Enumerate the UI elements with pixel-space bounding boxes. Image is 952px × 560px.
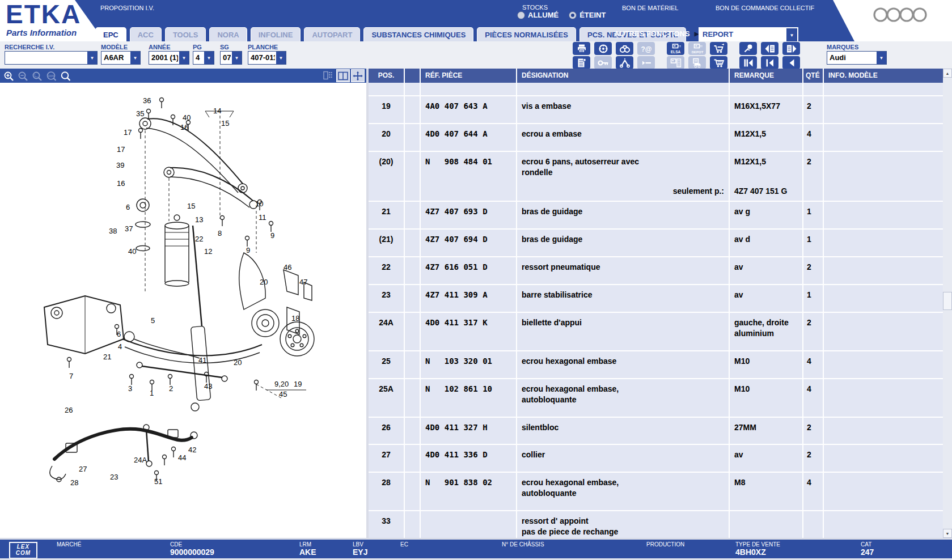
- diagram-callout-6[interactable]: 6: [117, 330, 121, 338]
- diagram-callout-44[interactable]: 44: [178, 453, 186, 462]
- zoom-select-button[interactable]: [31, 70, 44, 82]
- autres-fonctions-menu[interactable]: AUTRES FONCTIONS ▶: [614, 29, 699, 38]
- cart-transfer-button[interactable]: [710, 42, 727, 55]
- table-row-24A[interactable]: 24A4D0 411 317 Kbiellette d'appuigauche,…: [369, 313, 943, 350]
- pin-button[interactable]: [739, 42, 757, 55]
- tab-pi-ces-normalis-es[interactable]: PIÈCES NORMALISÉES: [477, 27, 576, 41]
- diagram-callout-9[interactable]: 9: [246, 246, 250, 254]
- table-row-21[interactable]: 214Z7 407 693 Dbras de guidageav g1: [369, 202, 943, 228]
- diagram-callout-21[interactable]: 21: [103, 353, 111, 361]
- wheel-search-button[interactable]: [594, 42, 612, 55]
- filter-dropdown-button-1[interactable]: ▼: [129, 52, 140, 64]
- table-row-20[interactable]: 204D0 407 644 Aecrou a embaseM12X1,54: [369, 124, 943, 151]
- report-dropdown-button[interactable]: ▼: [786, 28, 797, 42]
- diagram-callout-15[interactable]: 15: [187, 202, 195, 210]
- marques-dropdown-button[interactable]: ▼: [875, 52, 886, 64]
- diagram-callout-2[interactable]: 2: [169, 384, 173, 393]
- zoom-in-button[interactable]: [2, 70, 15, 82]
- report-dropdown[interactable]: REPORT ▼: [699, 27, 798, 43]
- filter-dropdown-button-4[interactable]: ▼: [231, 52, 242, 64]
- pan-arrows-button[interactable]: [351, 69, 365, 82]
- diagram-callout-51[interactable]: 51: [154, 477, 162, 486]
- diagram-callout-18[interactable]: 18: [291, 314, 299, 323]
- tab-acc[interactable]: ACC: [130, 27, 162, 41]
- filter-dropdown-5[interactable]: 407-011▼: [248, 51, 286, 65]
- table-row-25[interactable]: 25N 103 320 01ecrou hexagonal embaseM104: [369, 351, 943, 378]
- diagram-callout-10[interactable]: 10: [255, 200, 263, 208]
- tab-tools[interactable]: TOOLS: [165, 27, 206, 41]
- diagram-callout-17[interactable]: 17: [124, 128, 132, 137]
- diagram-callout-27[interactable]: 27: [79, 465, 87, 473]
- diagram-callout-9[interactable]: 9: [270, 231, 274, 240]
- elsa-button[interactable]: ELSA: [667, 42, 684, 55]
- filter-dropdown-2[interactable]: 2001 (1)▼: [149, 51, 189, 65]
- tab-substances-chimiques[interactable]: SUBSTANCES CHIMIQUES: [363, 27, 473, 41]
- table-row-(21)[interactable]: (21)4Z7 407 694 Dbras de guidageav d1: [369, 230, 943, 256]
- nav-first-button[interactable]: [739, 56, 757, 69]
- diagram-callout-13[interactable]: 13: [195, 215, 203, 224]
- binoculars-button[interactable]: [616, 42, 633, 55]
- diagram-callout-16[interactable]: 16: [180, 123, 188, 131]
- scroll-down-button[interactable]: ▼: [943, 529, 952, 538]
- diagram-callout-45[interactable]: 45: [279, 390, 287, 398]
- filter-dropdown-button-2[interactable]: ▼: [178, 52, 189, 64]
- tab-infoline[interactable]: INFOLINE: [251, 27, 301, 41]
- nav-prev-button[interactable]: [761, 56, 778, 69]
- table-scrollbar[interactable]: ▲ ▼: [943, 69, 952, 538]
- diagram-callout-1[interactable]: 1: [150, 389, 154, 397]
- diagram-callout-3[interactable]: 3: [128, 384, 132, 393]
- filter-dropdown-0[interactable]: ▼: [5, 51, 98, 65]
- filter-dropdown-3[interactable]: 4▼: [193, 51, 214, 65]
- table-row-(20)[interactable]: (20)N 908 484 01ecrou 6 pans, autoserreu…: [369, 152, 943, 201]
- diagram-callout-8[interactable]: 8: [218, 229, 222, 237]
- diagram-callout-14[interactable]: 14: [213, 107, 221, 115]
- thumb-grid-button[interactable]: [321, 69, 335, 81]
- diagram-callout-47[interactable]: 47: [299, 278, 307, 286]
- measure-button[interactable]: [616, 56, 633, 69]
- cart-button[interactable]: [710, 56, 727, 69]
- diagram-callout-41[interactable]: 41: [198, 356, 206, 364]
- radio-eteint[interactable]: [569, 11, 577, 19]
- diagram-callout-19[interactable]: 19: [294, 380, 302, 388]
- diagram-callout-5[interactable]: 5: [151, 316, 155, 325]
- diagram-callout-28[interactable]: 28: [70, 478, 78, 487]
- table-row-27[interactable]: 274D0 411 336 Dcollierav2: [369, 445, 943, 472]
- diagram-callout-4[interactable]: 4: [118, 342, 122, 351]
- tab-epc[interactable]: EPC: [95, 27, 126, 41]
- table-row-26[interactable]: 264D0 411 327 Hsilentbloc27MM2: [369, 418, 943, 444]
- parts-list-button[interactable]: [573, 56, 590, 69]
- bon-commande-link[interactable]: BON DE COMMANDE COLLECTIF: [716, 5, 814, 11]
- tab-autopart[interactable]: AUTOPART: [304, 27, 360, 41]
- table-row-19[interactable]: 194A0 407 643 Avis a embaseM16X1,5X772: [369, 96, 943, 123]
- diagram-callout-46[interactable]: 46: [284, 263, 291, 271]
- nav-back-button[interactable]: [782, 56, 800, 69]
- diagram-callout-12[interactable]: 12: [204, 247, 212, 256]
- diagram-callout-35[interactable]: 35: [136, 109, 144, 118]
- diagram-callout-11[interactable]: 11: [259, 213, 266, 222]
- diagram-callout-37[interactable]: 37: [125, 224, 133, 233]
- tab-nora[interactable]: NORA: [209, 27, 247, 41]
- diagram-callout-9,20[interactable]: 9,20: [274, 380, 289, 388]
- diagram-callout-7[interactable]: 7: [69, 372, 73, 380]
- filter-dropdown-button-5[interactable]: ▼: [275, 52, 286, 64]
- diagram-callout-38[interactable]: 38: [109, 227, 117, 235]
- scroll-up-button[interactable]: ▲: [943, 69, 952, 78]
- magnifier-button[interactable]: [59, 70, 72, 82]
- zoom-100-button[interactable]: 100%: [45, 70, 58, 82]
- diagram-callout-42[interactable]: 42: [188, 446, 196, 454]
- diagram-callout-16[interactable]: 16: [117, 179, 125, 188]
- print-button[interactable]: [573, 42, 590, 55]
- page-prev-button[interactable]: [761, 42, 778, 55]
- table-row-22[interactable]: 224Z7 616 051 Dressort pneumatiqueav2: [369, 257, 943, 284]
- diagram-callout-36[interactable]: 36: [143, 96, 151, 105]
- zoom-out-button[interactable]: [16, 70, 29, 82]
- page-next-button[interactable]: [782, 42, 800, 55]
- table-row-33[interactable]: 33ressort d' appointpas de piece de rech…: [369, 511, 943, 538]
- diagram-callout-23[interactable]: 23: [110, 473, 118, 481]
- scroll-thumb[interactable]: [943, 292, 952, 310]
- diagram-callout-24A[interactable]: 24A: [134, 456, 147, 464]
- diagram-callout-39[interactable]: 39: [116, 161, 124, 169]
- diagram-callout-40[interactable]: 40: [183, 113, 191, 122]
- table-row-25A[interactable]: 25AN 102 861 10ecrou hexagonal embase,au…: [369, 379, 943, 417]
- table-row-23[interactable]: 234Z7 411 309 Abarre stabilisatriceav1: [369, 285, 943, 312]
